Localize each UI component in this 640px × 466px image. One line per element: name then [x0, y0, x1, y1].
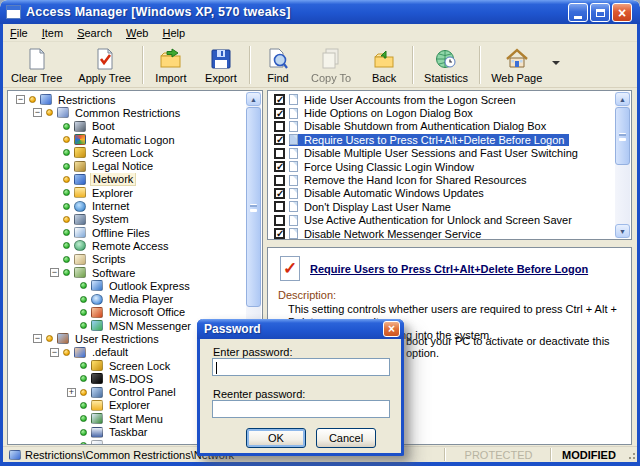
web-page-dropdown-icon[interactable] — [552, 61, 560, 65]
tree-minus-expander-icon[interactable]: − — [50, 348, 59, 357]
tree-item-scripts[interactable]: Scripts — [8, 253, 246, 266]
checkbox-list-item[interactable]: ✓Disable Network Messenger Service — [268, 227, 615, 240]
ok-button[interactable]: OK — [246, 428, 306, 448]
page-icon — [289, 228, 298, 239]
tree-scrollbar-thumb[interactable] — [246, 107, 261, 307]
controlpanel-icon — [91, 387, 103, 398]
statistics-button[interactable]: Statistics — [416, 43, 476, 87]
copy-to-button[interactable]: Copy To — [303, 43, 359, 87]
find-button[interactable]: Find — [253, 43, 303, 87]
tree-item-boot[interactable]: Boot — [8, 120, 246, 133]
unchecked-checkbox-icon[interactable] — [274, 215, 285, 226]
tree-item-microsoft-office[interactable]: Microsoft Office — [8, 306, 246, 319]
checkbox-list-item[interactable]: ✓Hide User Accounts from the Logon Scree… — [268, 93, 615, 106]
checked-checkbox-icon[interactable]: ✓ — [274, 108, 285, 119]
password-dialog-titlebar[interactable]: Password × — [197, 319, 404, 339]
checkbox-list-item[interactable]: Remove the Hand Icon for Shared Resource… — [268, 173, 615, 186]
window-title: Access Manager [Windows XP, 570 tweaks] — [26, 5, 291, 19]
enter-password-field[interactable] — [212, 358, 390, 376]
checked-checkbox-icon[interactable]: ✓ — [274, 161, 285, 172]
tree-item-automatic-logon[interactable]: Automatic Logon — [8, 133, 246, 146]
checked-checkbox-icon[interactable]: ✓ — [274, 188, 285, 199]
checkbox-list-item[interactable]: Disable Multiple User Sessions and Fast … — [268, 147, 615, 160]
checked-checkbox-icon[interactable]: ✓ — [274, 134, 285, 145]
globe-clock-icon — [433, 46, 459, 71]
list-scrollbar[interactable]: ▲ ▼ — [615, 92, 630, 238]
tree-item-software[interactable]: −Software — [8, 266, 246, 279]
tree-minus-expander-icon[interactable]: − — [50, 268, 59, 277]
titlebar[interactable]: Access Manager [Windows XP, 570 tweaks] … — [0, 0, 640, 24]
tree-item-common-restrictions[interactable]: −Common Restrictions — [8, 106, 246, 119]
tree-item-system[interactable]: System — [8, 213, 246, 226]
menu-search[interactable]: Search — [70, 26, 119, 40]
checkbox-list-item[interactable]: ✓Disable Automatic Windows Updates — [268, 187, 615, 200]
checkbox-list-item[interactable]: ✓Require Users to Press Ctrl+Alt+Delete … — [268, 133, 615, 146]
reenter-password-field[interactable] — [212, 400, 390, 418]
scrollbar-grip-icon — [250, 204, 257, 210]
page-check-icon — [92, 46, 118, 71]
tree-item-label: Restrictions — [56, 94, 117, 106]
tree-minus-expander-icon[interactable]: − — [33, 334, 42, 343]
export-button[interactable]: Export — [196, 43, 246, 87]
tree-item-label: Common Restrictions — [73, 107, 182, 119]
tree-item-remote-access[interactable]: Remote Access — [8, 239, 246, 252]
password-dialog-title: Password — [204, 322, 261, 336]
tree-item-offline-files[interactable]: Offline Files — [8, 226, 246, 239]
apply-tree-button[interactable]: Apply Tree — [70, 43, 139, 87]
tree-item-label: Explorer — [107, 399, 152, 411]
green-status-dot — [80, 362, 87, 369]
list-item-label: Disable Automatic Windows Updates — [302, 187, 486, 199]
unchecked-checkbox-icon[interactable] — [274, 201, 285, 212]
page-icon — [289, 215, 298, 226]
tree-item-label: Media Player — [107, 293, 175, 305]
back-button[interactable]: Back — [359, 43, 409, 87]
resize-grip-icon[interactable] — [626, 450, 636, 460]
unchecked-checkbox-icon[interactable] — [274, 175, 285, 186]
tree-minus-expander-icon[interactable]: − — [16, 95, 25, 104]
password-dialog: Password × Enter password: Reenter passw… — [197, 319, 404, 456]
clear-tree-button[interactable]: Clear Tree — [3, 43, 70, 87]
list-item-label: Hide Options on Logon Dialog Box — [302, 107, 475, 119]
close-button[interactable]: × — [612, 3, 632, 22]
page-icon — [289, 134, 298, 145]
tree-item-outlook-express[interactable]: Outlook Express — [8, 279, 246, 292]
checkbox-list-item[interactable]: Disable Shutdown from Authentication Dia… — [268, 120, 615, 133]
tree-minus-expander-icon[interactable]: − — [33, 108, 42, 117]
checked-checkbox-icon[interactable]: ✓ — [274, 228, 285, 239]
tree-item-legal-notice[interactable]: Legal Notice — [8, 159, 246, 172]
unchecked-checkbox-icon[interactable] — [274, 148, 285, 159]
menu-file[interactable]: File — [3, 26, 35, 40]
tree-item-media-player[interactable]: Media Player — [8, 292, 246, 305]
tree-item-restrictions[interactable]: −Restrictions — [8, 93, 246, 106]
tree-item-label: Automatic Logon — [90, 134, 177, 146]
setting-title-link[interactable]: Require Users to Press Ctrl+Alt+Delete B… — [310, 263, 588, 275]
menu-help[interactable]: Help — [155, 26, 192, 40]
checkbox-list-item[interactable]: ✓Force Using Classic Login Window — [268, 160, 615, 173]
green-status-dot — [63, 242, 70, 249]
tree-plus-expander-icon[interactable]: + — [67, 388, 76, 397]
cancel-button[interactable]: Cancel — [316, 428, 376, 448]
import-button[interactable]: Import — [146, 43, 196, 87]
minimize-button[interactable] — [568, 3, 588, 22]
horizontal-panel-splitter[interactable] — [267, 240, 632, 247]
maximize-button[interactable] — [590, 3, 610, 22]
tree-item-explorer[interactable]: Explorer — [8, 186, 246, 199]
list-scrollbar-thumb[interactable] — [615, 107, 630, 165]
unchecked-checkbox-icon[interactable] — [274, 121, 285, 132]
menu-web[interactable]: Web — [119, 26, 155, 40]
scroll-up-icon[interactable]: ▲ — [615, 92, 630, 106]
scroll-up-icon[interactable]: ▲ — [246, 92, 261, 106]
web-page-button[interactable]: Web Page — [483, 43, 550, 87]
menu-item[interactable]: Item — [35, 26, 70, 40]
dialog-close-button[interactable]: × — [383, 321, 400, 337]
checkbox-list-item[interactable]: Don't Display Last User Name — [268, 200, 615, 213]
checkbox-list-item[interactable]: ✓Hide Options on Logon Dialog Box — [268, 106, 615, 119]
tree-item-internet[interactable]: Internet — [8, 199, 246, 212]
scroll-down-icon[interactable]: ▼ — [615, 224, 630, 238]
tree-item-network[interactable]: Network — [8, 173, 246, 186]
tree-item-screen-lock[interactable]: Screen Lock — [8, 146, 246, 159]
checked-checkbox-icon[interactable]: ✓ — [274, 94, 285, 105]
checkbox-list-item[interactable]: Use Active Authentication for Unlock and… — [268, 214, 615, 227]
magnifier-page-icon — [265, 46, 291, 71]
floppy-disk-icon — [208, 46, 234, 71]
